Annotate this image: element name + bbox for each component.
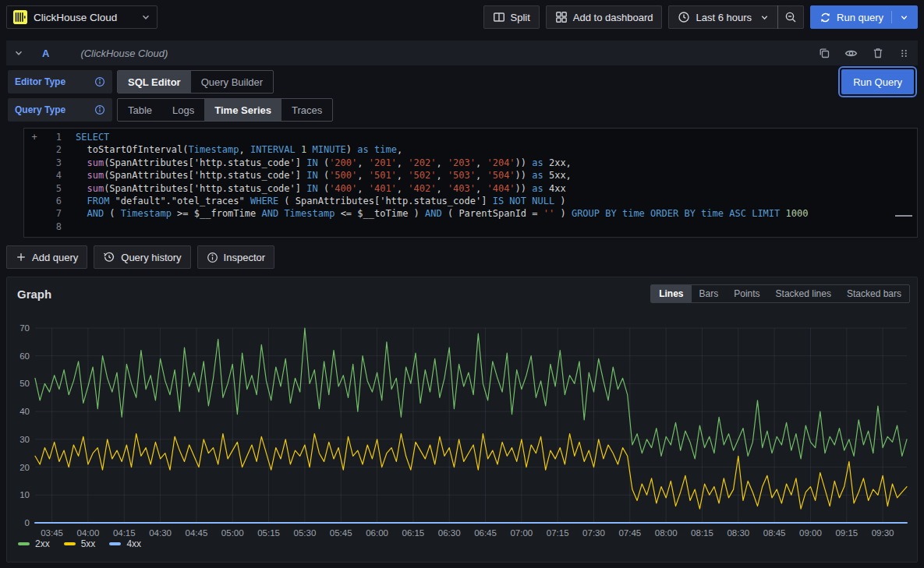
y-tick-label: 30 bbox=[19, 435, 30, 444]
query-type-row: Query Type Table Logs Time Series Traces bbox=[6, 98, 918, 122]
editor-type-query-builder[interactable]: Query Builder bbox=[191, 71, 273, 93]
graph-header: Graph Lines Bars Points Stacked lines St… bbox=[7, 277, 917, 303]
query-type-table[interactable]: Table bbox=[118, 99, 162, 121]
gutter-spacer bbox=[24, 220, 44, 233]
button-divider bbox=[891, 11, 892, 23]
x-tick-label: 06:15 bbox=[402, 528, 424, 538]
clickhouse-logo-icon bbox=[13, 10, 27, 24]
duplicate-icon[interactable] bbox=[818, 47, 830, 59]
run-query-button[interactable]: Run query bbox=[810, 5, 918, 29]
code-text: FROM "default"."otel_traces" WHERE ( Spa… bbox=[62, 195, 566, 207]
legend-item-4xx[interactable]: 4xx bbox=[109, 538, 141, 549]
plus-icon bbox=[16, 252, 27, 263]
drag-handle-icon[interactable] bbox=[898, 48, 910, 59]
query-type-time-series[interactable]: Time Series bbox=[204, 99, 281, 121]
gutter-spacer bbox=[24, 157, 44, 169]
y-tick-label: 0 bbox=[25, 518, 30, 527]
legend-item-2xx[interactable]: 2xx bbox=[18, 538, 50, 549]
code-line: +1SELECT bbox=[24, 131, 917, 143]
query-type-traces[interactable]: Traces bbox=[281, 99, 332, 121]
query-type-logs[interactable]: Logs bbox=[162, 99, 204, 121]
x-tick-label: 06:00 bbox=[366, 528, 388, 538]
legend-label: 5xx bbox=[81, 538, 96, 549]
editor-type-label: Editor Type bbox=[8, 70, 112, 93]
x-tick-label: 04:30 bbox=[149, 528, 172, 538]
legend-swatch bbox=[64, 542, 76, 545]
split-icon bbox=[493, 11, 505, 23]
graph-title: Graph bbox=[17, 288, 51, 301]
mode-bars[interactable]: Bars bbox=[692, 285, 727, 302]
run-query-panel-button[interactable]: Run Query bbox=[841, 69, 914, 94]
time-series-chart[interactable]: 01020304050607003:4504:0004:1504:3004:45… bbox=[12, 305, 912, 548]
mode-lines[interactable]: Lines bbox=[651, 285, 691, 302]
eye-icon[interactable] bbox=[844, 47, 858, 60]
info-icon[interactable] bbox=[94, 104, 105, 115]
x-tick-label: 09:00 bbox=[799, 528, 822, 538]
x-tick-label: 08:15 bbox=[691, 528, 713, 538]
mode-stacked-lines[interactable]: Stacked lines bbox=[768, 285, 839, 302]
mode-stacked-bars[interactable]: Stacked bars bbox=[839, 285, 909, 302]
mode-points[interactable]: Points bbox=[726, 285, 767, 302]
x-tick-label: 07:45 bbox=[618, 528, 641, 538]
line-number: 8 bbox=[44, 220, 62, 233]
code-line: 5 sum(SpanAttributes['http.status_code']… bbox=[24, 182, 917, 195]
split-button[interactable]: Split bbox=[483, 5, 540, 29]
line-number: 3 bbox=[44, 157, 62, 169]
time-range-picker[interactable]: Last 6 hours bbox=[668, 5, 778, 29]
code-line: 6 FROM "default"."otel_traces" WHERE ( S… bbox=[24, 195, 917, 207]
legend-label: 4xx bbox=[126, 538, 141, 549]
inspector-button[interactable]: Inspector bbox=[197, 245, 274, 269]
trash-icon[interactable] bbox=[872, 47, 884, 59]
x-tick-label: 08:30 bbox=[727, 528, 749, 538]
sync-icon bbox=[820, 12, 831, 23]
line-number: 6 bbox=[44, 195, 62, 207]
y-tick-label: 60 bbox=[19, 351, 30, 361]
line-number: 5 bbox=[44, 182, 62, 195]
clock-icon bbox=[678, 11, 690, 23]
legend-swatch bbox=[109, 542, 121, 545]
datasource-picker[interactable]: ClickHouse Cloud bbox=[6, 5, 158, 29]
gutter-spacer bbox=[24, 195, 44, 207]
line-number: 2 bbox=[44, 143, 62, 156]
code-line: 4 sum(SpanAttributes['http.status_code']… bbox=[24, 169, 917, 182]
editor-type-sql-editor[interactable]: SQL Editor bbox=[118, 71, 191, 93]
sql-editor[interactable]: +1SELECT2 toStartOfInterval(Timestamp, I… bbox=[23, 128, 918, 238]
editor-type-toggle: SQL Editor Query Builder bbox=[117, 70, 274, 93]
history-icon bbox=[103, 251, 115, 263]
x-tick-label: 07:30 bbox=[582, 528, 605, 538]
y-tick-label: 10 bbox=[19, 490, 30, 499]
zoom-out-button[interactable] bbox=[777, 5, 804, 29]
add-query-button[interactable]: Add query bbox=[6, 245, 87, 269]
line-number: 7 bbox=[44, 207, 62, 220]
gutter-spacer bbox=[24, 143, 44, 156]
editor-cursor-artifact bbox=[895, 215, 912, 217]
query-actions: Add query Query history Inspector bbox=[6, 245, 918, 269]
chart-legend: 2xx5xx4xx bbox=[7, 538, 917, 549]
graph-mode-toggle: Lines Bars Points Stacked lines Stacked … bbox=[650, 284, 910, 303]
x-tick-label: 08:45 bbox=[763, 528, 786, 538]
datasource-name: ClickHouse Cloud bbox=[34, 12, 117, 23]
query-history-button[interactable]: Query history bbox=[94, 245, 190, 269]
legend-swatch bbox=[18, 542, 30, 545]
graph-panel: Graph Lines Bars Points Stacked lines St… bbox=[6, 277, 918, 563]
x-tick-label: 05:15 bbox=[257, 528, 280, 538]
y-tick-label: 20 bbox=[19, 463, 30, 472]
info-icon bbox=[207, 252, 218, 263]
zoom-out-icon bbox=[784, 11, 797, 23]
gutter-plus-icon: + bbox=[24, 131, 44, 143]
add-to-dashboard-button[interactable]: Add to dashboard bbox=[546, 5, 663, 29]
x-tick-label: 09:15 bbox=[835, 528, 858, 538]
chevron-down-icon bbox=[141, 12, 150, 22]
x-tick-label: 05:30 bbox=[294, 528, 317, 538]
time-picker-group: Last 6 hours bbox=[668, 5, 804, 29]
query-ref-id[interactable]: A bbox=[42, 48, 49, 59]
line-number: 4 bbox=[44, 169, 62, 182]
editor-type-row: Editor Type SQL Editor Query Builder Run… bbox=[6, 70, 918, 93]
code-text: sum(SpanAttributes['http.status_code'] I… bbox=[62, 157, 572, 169]
info-icon[interactable] bbox=[94, 76, 105, 87]
legend-item-5xx[interactable]: 5xx bbox=[64, 538, 96, 549]
x-tick-label: 03:45 bbox=[41, 528, 63, 538]
collapse-chevron-icon[interactable] bbox=[14, 48, 23, 58]
code-line: 8 bbox=[24, 220, 917, 233]
code-text: SELECT bbox=[62, 131, 109, 143]
